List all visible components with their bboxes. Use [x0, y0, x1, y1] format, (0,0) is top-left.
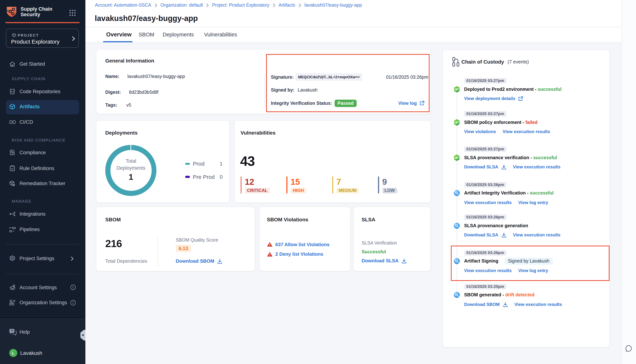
svg-text:?: ?: [11, 329, 13, 332]
